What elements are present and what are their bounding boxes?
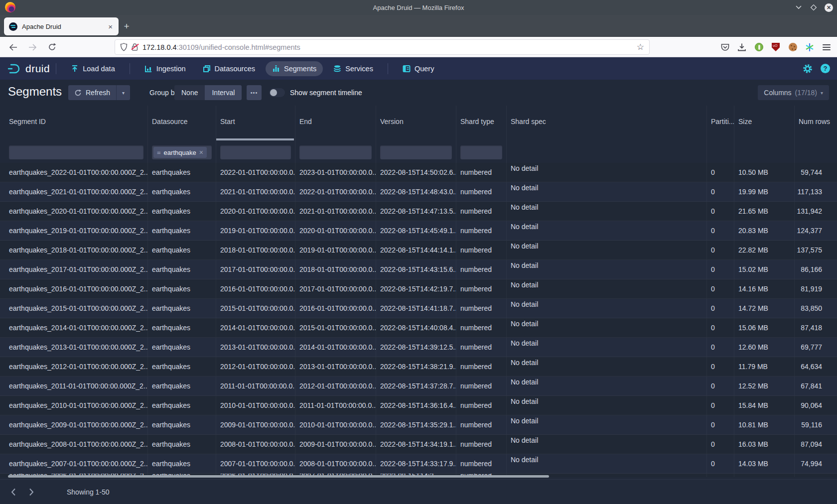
cell-partition[interactable]: 0 [706, 454, 734, 473]
cell-segment_id[interactable]: earthquakes_2008-01-01T00:00:00.000Z_2..… [0, 435, 147, 454]
cell-partition[interactable]: 0 [706, 318, 734, 337]
cell-shard_spec[interactable]: No detail [506, 338, 706, 357]
column-header-version[interactable]: Version [376, 106, 456, 141]
cell-shard_spec[interactable]: No detail [506, 454, 706, 473]
cell-shard_type[interactable]: numbered [456, 163, 506, 182]
cell-segment_id[interactable]: earthquakes_2009-01-01T00:00:00.000Z_2..… [0, 415, 147, 434]
cell-size[interactable]: 11.79 MB [734, 357, 794, 376]
cell-num_rows[interactable]: 59,116 [794, 415, 837, 434]
cell-end[interactable]: 2014-01-01T00:00:00.0... [295, 338, 376, 357]
cell-partition[interactable]: 0 [706, 415, 734, 434]
cell-shard_type[interactable]: numbered [456, 241, 506, 259]
cell-start[interactable]: 2018-01-01T00:00:00.0... [216, 241, 295, 259]
cell-num_rows[interactable]: 137,575 [794, 241, 837, 259]
cell-size[interactable]: 10.50 MB [734, 163, 794, 182]
cell-datasource[interactable]: earthquakes [147, 377, 216, 395]
cell-num_rows[interactable]: 131,942 [794, 202, 837, 221]
cell-version[interactable]: 2022-08-15T14:39:12.5... [376, 338, 456, 357]
column-header-shard-spec[interactable]: Shard spec [506, 106, 706, 141]
cell-datasource[interactable]: earthquakes [147, 182, 216, 201]
cell-size[interactable]: 16.03 MB [734, 435, 794, 454]
segment-timeline-toggle[interactable] [269, 85, 285, 100]
cell-version[interactable]: 2022-08-15T14:38:21.9... [376, 357, 456, 376]
cell-segment_id[interactable]: earthquakes_2019-01-01T00:00:00.000Z_2..… [0, 221, 147, 240]
cell-start[interactable]: 2011-01-01T00:00:00.0... [216, 377, 295, 395]
table-row[interactable]: earthquakes_2017-01-01T00:00:00.000Z_2..… [0, 260, 837, 279]
cell-shard_spec[interactable]: No detail [506, 202, 706, 221]
table-row[interactable]: earthquakes_2013-01-01T00:00:00.000Z_2..… [0, 338, 837, 357]
columns-picker-button[interactable]: Columns (17/18) ▾ [758, 85, 829, 100]
table-row[interactable]: earthquakes_2020-01-01T00:00:00.000Z_2..… [0, 202, 837, 221]
url-bar[interactable]: 172.18.0.4:30109/unified-console.html#se… [115, 39, 650, 55]
table-row[interactable]: earthquakes_2009-01-01T00:00:00.000Z_2..… [0, 415, 837, 435]
cell-shard_type[interactable]: numbered [456, 435, 506, 454]
cell-datasource[interactable]: earthquakes [147, 260, 216, 279]
cell-end[interactable]: 2015-01-01T00:00:00.0... [295, 318, 376, 337]
cell-end[interactable]: 2019-01-01T00:00:00.0... [295, 241, 376, 259]
insecure-lock-icon[interactable] [132, 43, 138, 51]
cell-start[interactable]: 2009-01-01T00:00:00.0... [216, 415, 295, 434]
cell-size[interactable]: 12.52 MB [734, 377, 794, 395]
cell-shard_type[interactable]: numbered [456, 279, 506, 298]
cell-size[interactable]: 15.06 MB [734, 318, 794, 337]
cell-size[interactable]: 14.16 MB [734, 279, 794, 298]
filter-input-datasource[interactable]: =earthquake× [152, 145, 212, 159]
cell-num_rows[interactable]: 67,841 [794, 377, 837, 395]
ublock-origin-icon[interactable] [770, 42, 781, 53]
cell-datasource[interactable]: earthquakes [147, 435, 216, 454]
cell-segment_id[interactable]: earthquakes_2016-01-01T00:00:00.000Z_2..… [0, 279, 147, 298]
cell-version[interactable]: 2022-08-15T14:42:19.7... [376, 279, 456, 298]
more-options-button[interactable]: ••• [247, 85, 262, 100]
cell-shard_type[interactable]: numbered [456, 454, 506, 473]
cell-end[interactable]: 2016-01-01T00:00:00.0... [295, 299, 376, 318]
cell-segment_id[interactable]: earthquakes_2010-01-01T00:00:00.000Z_2..… [0, 396, 147, 415]
group-by-interval-button[interactable]: Interval [205, 85, 242, 100]
cell-partition[interactable]: 0 [706, 338, 734, 357]
group-by-none-button[interactable]: None [174, 85, 205, 100]
cell-version[interactable]: 2022-08-15T14:43:15.6... [376, 260, 456, 279]
cell-end[interactable]: 2021-01-01T00:00:00.0... [295, 202, 376, 221]
cell-end[interactable]: 2011-01-01T00:00:00.0... [295, 396, 376, 415]
maximize-icon[interactable] [810, 3, 818, 11]
cell-shard_spec[interactable]: No detail [506, 415, 706, 434]
cell-end[interactable]: 2017-01-01T00:00:00.0... [295, 279, 376, 298]
cell-num_rows[interactable]: 64,634 [794, 357, 837, 376]
cell-datasource[interactable]: earthquakes [147, 241, 216, 259]
cell-datasource[interactable]: earthquakes [147, 202, 216, 221]
cell-partition[interactable]: 0 [706, 377, 734, 395]
close-icon[interactable]: ✕ [825, 3, 833, 12]
column-header-num-rows[interactable]: Num rows [794, 106, 837, 141]
cell-datasource[interactable]: earthquakes [147, 221, 216, 240]
cell-num_rows[interactable]: 83,850 [794, 299, 837, 318]
cell-shard_type[interactable]: numbered [456, 396, 506, 415]
cell-partition[interactable]: 0 [706, 279, 734, 298]
refresh-button[interactable]: Refresh [68, 85, 116, 100]
filter-input-version[interactable] [380, 145, 452, 159]
column-header-shard-type[interactable]: Shard type [456, 106, 506, 141]
cell-end[interactable]: 2008-01-01T00:00:00.0... [295, 454, 376, 473]
cell-shard_spec[interactable]: No detail [506, 396, 706, 415]
cell-start[interactable]: 2022-01-01T00:00:00.0... [216, 163, 295, 182]
cell-size[interactable]: 15.02 MB [734, 260, 794, 279]
cell-num_rows[interactable]: 90,064 [794, 396, 837, 415]
cell-start[interactable]: 2014-01-01T00:00:00.0... [216, 318, 295, 337]
cell-shard_type[interactable]: numbered [456, 318, 506, 337]
cell-version[interactable]: 2022-08-15T14:50:02.6... [376, 163, 456, 182]
cell-version[interactable]: 2022-08-15T14:36:16.4... [376, 396, 456, 415]
cell-size[interactable]: 14.72 MB [734, 299, 794, 318]
cell-datasource[interactable]: earthquakes [147, 454, 216, 473]
cell-partition[interactable]: 0 [706, 241, 734, 259]
column-header-size[interactable]: Size [734, 106, 794, 141]
cell-end[interactable]: 2012-01-01T00:00:00.0... [295, 377, 376, 395]
table-row[interactable]: earthquakes_2016-01-01T00:00:00.000Z_2..… [0, 279, 837, 299]
cell-start[interactable]: 2020-01-01T00:00:00.0... [216, 202, 295, 221]
cell-segment_id[interactable]: earthquakes_2021-01-01T00:00:00.000Z_2..… [0, 182, 147, 201]
cell-version[interactable]: 2022-08-15T14:40:08.4... [376, 318, 456, 337]
tracking-shield-icon[interactable] [120, 43, 128, 51]
cell-shard_type[interactable]: numbered [456, 338, 506, 357]
cell-size[interactable]: 14.03 MB [734, 454, 794, 473]
pocket-icon[interactable] [719, 42, 730, 53]
table-row[interactable]: earthquakes_2010-01-01T00:00:00.000Z_2..… [0, 396, 837, 415]
cell-partition[interactable]: 0 [706, 182, 734, 201]
table-row[interactable]: earthquakes_2012-01-01T00:00:00.000Z_2..… [0, 357, 837, 377]
